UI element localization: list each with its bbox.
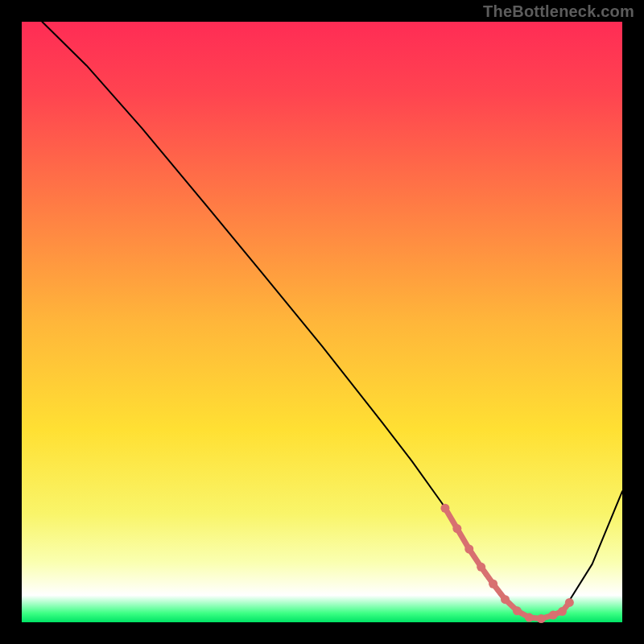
highlight-dot	[464, 544, 473, 553]
chart-svg	[0, 0, 644, 644]
highlight-dot	[549, 611, 558, 620]
watermark-text: TheBottleneck.com	[483, 2, 634, 21]
highlight-dot	[558, 607, 567, 616]
highlight-dot	[537, 614, 546, 623]
highlight-dot	[513, 606, 522, 615]
highlight-dot	[489, 580, 497, 588]
highlight-dot	[440, 504, 449, 513]
highlight-dot	[452, 524, 461, 533]
highlight-dot	[477, 563, 485, 572]
highlight-dot	[565, 598, 574, 607]
highlight-dot	[501, 595, 510, 604]
highlight-dot	[525, 613, 534, 622]
plot-background	[22, 22, 622, 622]
bottleneck-chart: TheBottleneck.com	[0, 0, 644, 644]
